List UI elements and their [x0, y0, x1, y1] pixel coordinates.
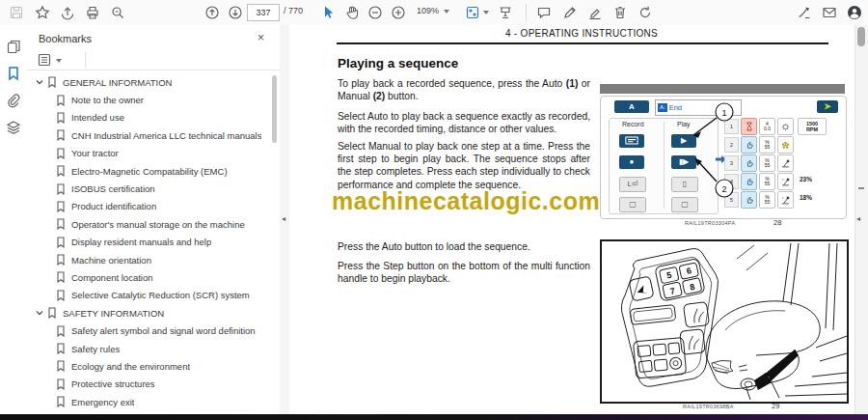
presentation-icon[interactable]	[498, 5, 513, 20]
bookmarks-options-bar	[27, 50, 280, 70]
scrollbar-thumb[interactable]	[857, 27, 865, 46]
svg-text:7: 7	[669, 286, 676, 296]
zoom-level[interactable]: 109%	[417, 6, 439, 15]
percent-value: 18%	[800, 194, 812, 201]
previous-page-icon[interactable]	[204, 5, 220, 20]
bookmark-icon	[56, 129, 66, 141]
page-view-icon[interactable]	[465, 5, 480, 20]
record-column-header: Record	[622, 121, 644, 127]
share-icon[interactable]	[60, 5, 75, 20]
delete-icon[interactable]	[612, 5, 628, 20]
print-icon[interactable]	[85, 5, 100, 20]
bookmark-icon	[56, 201, 66, 212]
play-column-header: Play	[677, 121, 691, 127]
percent-cell: %55	[759, 191, 775, 209]
record-button: ●	[619, 155, 644, 169]
zoom-in-icon[interactable]	[391, 5, 406, 20]
bookmark-item[interactable]: Safety rules	[27, 340, 268, 357]
bookmark-item[interactable]: CNH Industrial America LLC technical man…	[27, 126, 268, 144]
bookmark-item[interactable]: SAFETY INFORMATION	[27, 304, 268, 322]
bookmark-item[interactable]: ISOBUS certification	[27, 180, 268, 197]
bookmarks-panel-icon[interactable]	[6, 66, 21, 81]
bookmark-item[interactable]: Ecology and the environment	[27, 357, 268, 375]
column-divider	[664, 122, 665, 209]
bookmark-icon	[56, 148, 66, 159]
record-screen-button	[619, 134, 644, 148]
figure1-number: 28	[773, 218, 781, 227]
bookmark-item[interactable]: Component location	[27, 268, 268, 286]
hand-press-icon	[741, 173, 757, 190]
bookmark-label: Note to the owner	[71, 95, 144, 105]
side-tools-strip	[0, 25, 28, 414]
bookmark-item[interactable]: Machine orientation	[27, 251, 268, 268]
hand-press-icon	[741, 154, 757, 172]
bookmark-label: Protective structures	[71, 378, 155, 389]
bookmark-options-icon[interactable]	[37, 52, 52, 68]
bookmark-options-caret-icon[interactable]	[56, 59, 62, 63]
next-page-icon[interactable]	[228, 5, 243, 20]
record-stop-button: ▢	[619, 197, 646, 212]
page-view-caret-icon[interactable]	[483, 11, 489, 14]
bookmark-label: Emergency exit	[71, 397, 134, 407]
lever-icon	[777, 191, 794, 209]
layers-icon[interactable]	[6, 120, 21, 135]
select-cursor-icon[interactable]	[321, 5, 337, 20]
record-step-button: L⏎	[619, 177, 646, 192]
search-icon[interactable]	[110, 5, 125, 20]
star-icon[interactable]	[35, 5, 50, 20]
bookmarks-scrollbar[interactable]	[272, 75, 277, 143]
bookmark-item[interactable]: Your tractor	[27, 145, 268, 162]
fill-sign-icon[interactable]	[797, 5, 812, 20]
zoom-caret-icon[interactable]	[444, 10, 449, 14]
bookmark-item[interactable]: Intended use	[27, 109, 268, 126]
flower-icon	[777, 136, 794, 154]
bookmark-item[interactable]: Display resident manuals and help	[27, 234, 268, 251]
bookmark-label: Safety rules	[71, 344, 120, 354]
hand-press-icon	[741, 191, 757, 209]
bookmark-item[interactable]: Selective Catalytic Reduction (SCR) syst…	[27, 287, 268, 304]
collapse-panel-icon[interactable]: ◂	[282, 214, 285, 223]
rotate-icon[interactable]	[637, 5, 653, 20]
highlighter-icon[interactable]	[587, 5, 603, 20]
bookmark-item[interactable]: Product identification	[27, 198, 268, 215]
figure1-titlebar	[600, 84, 845, 94]
chevron-down-icon[interactable]	[35, 308, 44, 318]
page-number-input[interactable]: 337	[247, 4, 280, 21]
paragraph: Select Manual to play back one step at a…	[338, 140, 590, 191]
close-panel-icon[interactable]: ×	[258, 31, 264, 44]
bookmark-label: GENERAL INFORMATION	[63, 77, 172, 88]
attachments-icon[interactable]	[6, 93, 21, 108]
save-icon[interactable]	[9, 5, 24, 20]
bookmark-label: ISOBUS certification	[71, 183, 155, 194]
bookmark-icon	[47, 76, 57, 88]
gear-icon	[777, 118, 794, 135]
bookmark-item[interactable]: GENERAL INFORMATION	[27, 73, 268, 91]
page-thumbnails-icon[interactable]	[6, 39, 21, 54]
mail-icon[interactable]	[822, 5, 837, 20]
bookmark-item[interactable]: Safety alert symbol and signal word defi…	[27, 322, 268, 339]
hand-tool-icon[interactable]	[344, 5, 360, 20]
svg-text:6: 6	[686, 266, 692, 276]
bookmark-label: CNH Industrial America LLC technical man…	[71, 130, 261, 141]
right-panel-handle-icon[interactable]: ◂	[856, 214, 860, 223]
pen-icon[interactable]	[562, 5, 578, 20]
pdf-page: 4 - OPERATING INSTRUCTIONS Playing a seq…	[289, 25, 854, 414]
bookmark-icon	[56, 271, 66, 283]
sequence-row: 5 %55 18%	[724, 191, 840, 208]
bookmark-item[interactable]: Operator's manual storage on the machine	[27, 215, 268, 233]
main-toolbar: 337 / 770 109%	[0, 0, 868, 26]
comment-icon[interactable]	[536, 5, 552, 20]
bookmark-item[interactable]: Note to the owner	[27, 91, 268, 108]
bookmark-list: GENERAL INFORMATION Note to the owner In…	[27, 73, 268, 410]
lever-icon	[777, 173, 794, 190]
chevron-down-icon[interactable]	[35, 77, 44, 87]
bookmark-item[interactable]: Protective structures	[27, 376, 268, 393]
row-number: 4	[724, 174, 739, 189]
bookmarks-title: Bookmarks	[39, 33, 92, 44]
page-total-label: / 770	[284, 6, 303, 15]
account-icon[interactable]	[847, 5, 862, 20]
zoom-out-icon[interactable]	[367, 5, 383, 20]
bookmark-item[interactable]: Electro-Magnetic Compatability (EMC)	[27, 162, 268, 180]
hourglass-icon	[741, 118, 757, 135]
bookmark-item[interactable]: Emergency exit	[27, 393, 268, 410]
